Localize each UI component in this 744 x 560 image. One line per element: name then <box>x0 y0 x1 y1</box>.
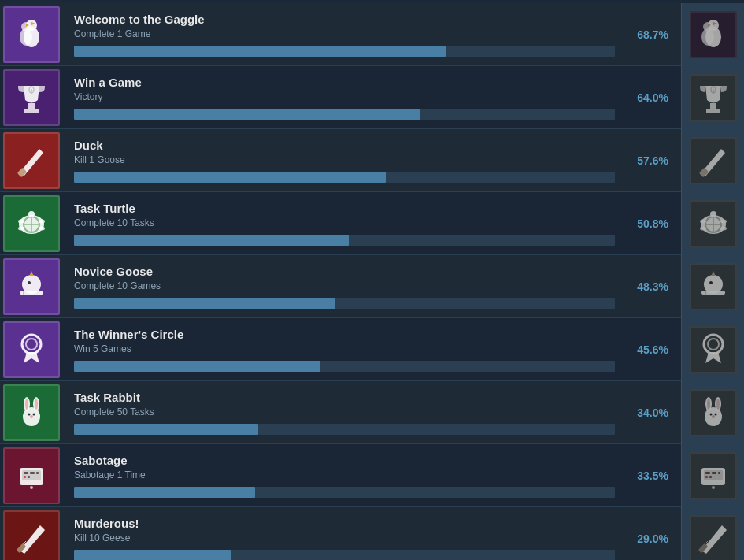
progress-bar-sabotage <box>74 487 615 498</box>
svg-point-26 <box>28 211 35 217</box>
achievement-row-welcome-gaggle[interactable]: Welcome to the Gaggle Complete 1 Game 68… <box>0 3 744 66</box>
svg-point-66 <box>716 399 720 410</box>
svg-point-58 <box>35 399 38 410</box>
achievement-row-winners-circle[interactable]: The Winner's Circle Win 5 Games 45.6% <box>0 318 744 381</box>
achievement-desc-murderous: Kill 10 Geese <box>74 532 615 543</box>
achievement-icon-task-rabbit <box>3 384 60 441</box>
achievement-row-novice-goose[interactable]: Novice Goose Complete 10 Games 48.3% <box>0 255 744 318</box>
progress-fill-duck <box>74 172 386 183</box>
achievement-name-task-turtle: Task Turtle <box>74 202 615 215</box>
icon-right-task-turtle <box>681 192 744 255</box>
progress-bar-win-game <box>74 109 615 120</box>
achievement-icon-murderous <box>3 510 60 561</box>
achievement-name-murderous: Murderous! <box>74 517 615 530</box>
achievement-icon-winners-circle <box>3 321 60 378</box>
achievement-name-task-rabbit: Task Rabbit <box>74 391 615 404</box>
progress-fill-sabotage <box>74 487 255 498</box>
icon-left-winners-circle <box>0 318 63 381</box>
svg-point-59 <box>28 413 31 415</box>
achievement-icon-sabotage <box>3 447 60 504</box>
icon-right-welcome-gaggle <box>681 3 744 66</box>
progress-bar-task-rabbit <box>74 424 615 435</box>
svg-point-50 <box>22 335 41 354</box>
icon-left-sabotage <box>0 444 63 507</box>
svg-point-68 <box>714 413 716 415</box>
progress-fill-welcome-gaggle <box>74 46 446 57</box>
achievement-desc-task-rabbit: Complete 50 Tasks <box>74 406 615 417</box>
achievement-name-win-game: Win a Game <box>74 76 615 89</box>
achievement-list: Welcome to the Gaggle Complete 1 Game 68… <box>0 0 744 560</box>
achievement-content-win-game: Win a Game Victory <box>63 68 626 128</box>
svg-point-29 <box>18 226 24 230</box>
svg-rect-77 <box>28 476 30 478</box>
icon-right-murderous <box>681 507 744 561</box>
svg-rect-17 <box>706 109 720 113</box>
achievement-icon-duck <box>3 132 60 189</box>
achievement-desc-task-turtle: Complete 10 Tasks <box>74 217 615 228</box>
achievement-percent-win-game: 64.0% <box>626 91 681 104</box>
icon-right-sabotage <box>681 444 744 507</box>
progress-bar-novice-goose <box>74 298 615 309</box>
achievement-desc-winners-circle: Win 5 Games <box>74 343 615 354</box>
svg-point-69 <box>712 415 715 418</box>
icon-left-task-rabbit <box>0 381 63 444</box>
achievement-percent-task-turtle: 50.8% <box>626 217 681 230</box>
achievement-icon-locked-novice-goose <box>690 263 737 310</box>
svg-point-30 <box>39 226 45 230</box>
achievement-icon-task-turtle <box>3 195 60 252</box>
svg-rect-79 <box>704 470 723 480</box>
svg-point-53 <box>708 339 719 350</box>
achievement-content-sabotage: Sabotage Sabotage 1 Time <box>63 446 626 506</box>
svg-marker-46 <box>711 271 716 276</box>
achievement-row-task-rabbit[interactable]: Task Rabbit Complete 50 Tasks 34.0% <box>0 381 744 444</box>
svg-rect-74 <box>30 472 35 474</box>
achievement-percent-winners-circle: 45.6% <box>626 343 681 356</box>
svg-point-60 <box>33 413 35 415</box>
achievement-row-murderous[interactable]: Murderous! Kill 10 Geese 29.0% <box>0 507 744 560</box>
svg-rect-82 <box>712 472 716 474</box>
svg-marker-41 <box>29 271 34 276</box>
svg-point-72 <box>30 486 33 489</box>
achievement-content-task-turtle: Task Turtle Complete 10 Tasks <box>63 194 626 254</box>
svg-point-37 <box>720 219 727 223</box>
achievement-content-novice-goose: Novice Goose Complete 10 Games <box>63 257 626 317</box>
achievement-icon-locked-winners-circle <box>690 326 737 373</box>
icon-left-murderous <box>0 507 63 561</box>
achievement-icon-win-game <box>3 69 60 126</box>
achievement-content-murderous: Murderous! Kill 10 Geese <box>63 509 626 561</box>
achievement-row-sabotage[interactable]: Sabotage Sabotage 1 Time 33.5% <box>0 444 744 507</box>
achievement-icon-locked-task-rabbit <box>690 389 737 436</box>
svg-point-65 <box>707 399 710 410</box>
svg-point-49 <box>709 281 713 284</box>
icon-right-winners-circle <box>681 318 744 381</box>
achievement-desc-sabotage: Sabotage 1 Time <box>74 469 615 480</box>
svg-rect-76 <box>24 476 26 478</box>
achievement-name-novice-goose: Novice Goose <box>74 265 615 278</box>
svg-point-39 <box>720 226 727 230</box>
progress-bar-duck <box>74 172 615 183</box>
svg-point-57 <box>25 399 28 410</box>
achievement-desc-duck: Kill 1 Goose <box>74 154 615 165</box>
achievement-row-task-turtle[interactable]: Task Turtle Complete 10 Tasks 50.8% <box>0 192 744 255</box>
achievement-icon-welcome-gaggle <box>3 6 60 63</box>
svg-point-67 <box>709 413 712 415</box>
achievement-percent-novice-goose: 48.3% <box>626 280 681 293</box>
svg-point-80 <box>712 486 715 489</box>
achievement-percent-duck: 57.6% <box>626 154 681 167</box>
achievement-icon-locked-murderous <box>690 515 737 561</box>
achievement-row-duck[interactable]: Duck Kill 1 Goose 57.6% <box>0 129 744 192</box>
achievement-percent-welcome-gaggle: 68.7% <box>626 28 681 41</box>
progress-fill-winners-circle <box>74 361 320 372</box>
svg-rect-75 <box>36 472 39 474</box>
achievement-row-win-game[interactable]: Win a Game Victory 64.0% <box>0 66 744 129</box>
icon-right-duck <box>681 129 744 192</box>
achievement-name-winners-circle: The Winner's Circle <box>74 328 615 341</box>
svg-point-27 <box>18 219 24 223</box>
progress-fill-novice-goose <box>74 298 335 309</box>
svg-point-38 <box>700 226 706 230</box>
svg-rect-13 <box>24 109 39 113</box>
icon-right-novice-goose <box>681 255 744 318</box>
svg-rect-73 <box>24 472 28 474</box>
svg-point-52 <box>704 335 723 354</box>
progress-bar-welcome-gaggle <box>74 46 615 57</box>
